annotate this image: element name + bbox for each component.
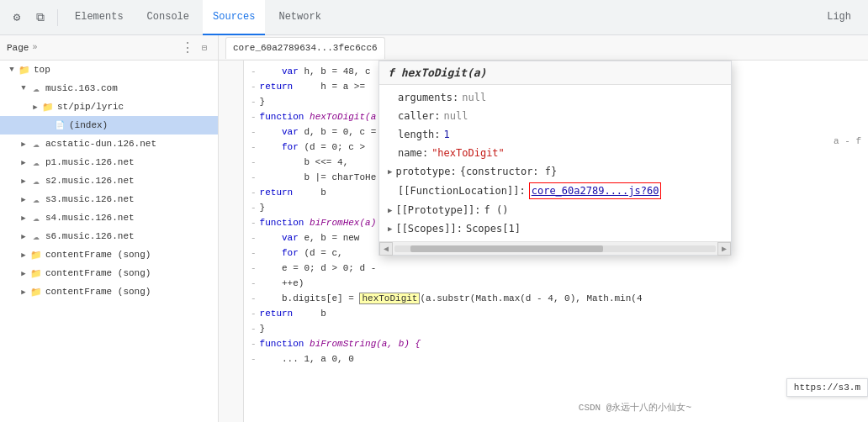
tree-arrow-contentframe2[interactable]: ▶ [19, 268, 29, 278]
tree-icon-cloud-acstatic: ☁ [30, 138, 42, 150]
tree-item-music163[interactable]: ▼☁music.163.com [0, 79, 218, 98]
line-dash-15: - [251, 278, 257, 288]
toolbar-right: Ligh [817, 0, 861, 35]
sidebar: Page » ⋮ ⊟ ▼📁top▼☁music.163.com▶📁st/pip/… [0, 35, 219, 422]
line-text-17: return b [260, 309, 326, 319]
code-line-17: -return b [251, 306, 861, 321]
tree-icon-cloud-p1music: ☁ [30, 156, 42, 168]
popup-scrollbar[interactable]: ◀ ▶ [379, 241, 731, 255]
line-text-5: var d, b = 0, c = [260, 127, 377, 137]
tree-item-stpipplyric[interactable]: ▶📁st/pip/lyric [0, 98, 218, 116]
tree-icon-cloud-s4music: ☁ [30, 212, 42, 224]
tree-item-s3music[interactable]: ▶☁s3.music.126.net [0, 190, 218, 208]
line-text-3: } [260, 97, 266, 107]
highlight-hextodigit: hexToDigit [359, 293, 420, 304]
popup-val-4: {constructor: f} [460, 164, 558, 179]
scroll-left-btn[interactable]: ◀ [379, 242, 393, 256]
tree-arrow-s2music[interactable]: ▶ [19, 176, 29, 186]
sidebar-header: Page » ⋮ ⊟ [0, 35, 218, 61]
tree-icon-cloud-s3music: ☁ [30, 193, 42, 205]
tree-arrow-s3music[interactable]: ▶ [19, 194, 29, 204]
line-dash-13: - [251, 248, 257, 258]
tree-item-p1music[interactable]: ▶☁p1.music.126.net [0, 153, 218, 171]
popup-val-5[interactable]: core_60a2789....js?60 [529, 182, 662, 199]
tree-arrow-contentframe3[interactable]: ▶ [19, 287, 29, 297]
tree-item-contentframe1[interactable]: ▶📁contentFrame (song) [0, 245, 218, 264]
popup-key-7: [[Scopes]]: [395, 221, 462, 236]
line-text-11: function biFromHex(a) [260, 218, 377, 228]
tree-label-music163: music.163.com [45, 83, 118, 93]
right-hint: a - f [834, 136, 861, 146]
tree-item-s4music[interactable]: ▶☁s4.music.126.net [0, 208, 218, 227]
sidebar-more-button[interactable]: ⋮ [181, 40, 194, 56]
tab-light[interactable]: Ligh [817, 0, 861, 35]
popup-row-3: name:"hexToDigit" [379, 144, 731, 162]
popup-row-0: arguments:null [379, 88, 731, 107]
tree-arrow-contentframe1[interactable]: ▶ [19, 250, 29, 260]
popup-row-arrow-4[interactable]: ▶ [388, 164, 392, 179]
tree-label-s3music: s3.music.126.net [45, 194, 135, 204]
popup-val-0: null [462, 90, 486, 105]
tree-item-contentframe3[interactable]: ▶📁contentFrame (song) [0, 282, 218, 301]
tree-icon-folder-contentframe3: 📁 [30, 286, 42, 298]
line-dash-17: - [251, 309, 257, 319]
tree-item-acstatic[interactable]: ▶☁acstatic-dun.126.net [0, 135, 218, 153]
line-dash-10: - [251, 203, 257, 213]
tree-arrow-p1music[interactable]: ▶ [19, 157, 29, 167]
devtools-icon-2[interactable]: ⧉ [30, 8, 50, 28]
scroll-thumb [410, 245, 603, 252]
tab-sources[interactable]: Sources [203, 0, 265, 35]
tree-icon-cloud-music163: ☁ [30, 82, 42, 94]
sidebar-toggle-button[interactable]: ⊟ [198, 41, 211, 55]
tree-label-acstatic: acstatic-dun.126.net [45, 139, 156, 149]
tree-arrow-index[interactable] [42, 120, 52, 130]
bottom-url-tooltip: https://s3.m [786, 378, 868, 397]
hover-popup: f hexToDigit(a) arguments:nullcaller:nul… [378, 61, 732, 256]
tree-item-top[interactable]: ▼📁top [0, 61, 218, 79]
line-text-13: for (d = c, [260, 248, 343, 258]
line-text-7: b <<= 4, [260, 157, 349, 167]
popup-row-arrow-7[interactable]: ▶ [388, 221, 392, 236]
line-text-6: for (d = 0; c > [260, 142, 365, 152]
tree-arrow-music163[interactable]: ▼ [19, 83, 29, 93]
tree-item-s6music[interactable]: ▶☁s6.music.126.net [0, 227, 218, 245]
tree-label-contentframe2: contentFrame (song) [45, 268, 151, 278]
tree-arrow-s6music[interactable]: ▶ [19, 231, 29, 241]
tree-arrow-acstatic[interactable]: ▶ [19, 139, 29, 149]
popup-val-2: 1 [444, 127, 450, 142]
line-text-14: e = 0; d > 0; d - [260, 263, 377, 273]
tab-network[interactable]: Network [268, 0, 331, 35]
sidebar-chevron[interactable]: » [32, 43, 37, 52]
code-line-19: -function biFromString(a, b) { [251, 336, 861, 351]
top-toolbar: ⚙ ⧉ Elements Console Sources Network Lig… [0, 0, 868, 35]
line-dash-19: - [251, 339, 257, 349]
line-dash-7: - [251, 157, 257, 167]
code-line-15: - ++e) [251, 276, 861, 291]
tree-item-index[interactable]: 📄(index) [0, 116, 218, 135]
popup-val-3: "hexToDigit" [431, 145, 505, 161]
popup-row-arrow-6[interactable]: ▶ [388, 203, 392, 218]
code-line-16: - b.digits[e] = hexToDigit(a.substr(Math… [251, 291, 861, 306]
line-text-12: var e, b = new [260, 233, 360, 243]
tab-console[interactable]: Console [137, 0, 199, 35]
line-dash-9: - [251, 187, 257, 198]
tree-item-contentframe2[interactable]: ▶📁contentFrame (song) [0, 264, 218, 282]
code-tab-main[interactable]: core_60a2789634...3fec6cc6 [225, 37, 385, 59]
tab-elements[interactable]: Elements [65, 0, 134, 35]
tree-arrow-top[interactable]: ▼ [7, 65, 17, 75]
devtools-icon-1[interactable]: ⚙ [7, 8, 27, 28]
tree-arrow-s4music[interactable]: ▶ [19, 213, 29, 223]
toolbar-separator-1 [57, 9, 58, 26]
line-dash-2: - [251, 82, 257, 92]
code-area: core_60a2789634...3fec6cc6 - var h, b = … [219, 35, 868, 422]
popup-row-5[interactable]: [[FunctionLocation]]:core_60a2789....js?… [379, 181, 731, 201]
popup-key-6: [[Prototype]]: [395, 203, 480, 218]
popup-key-3: name: [398, 145, 428, 161]
tree-label-contentframe1: contentFrame (song) [45, 250, 151, 260]
popup-row-7: ▶[[Scopes]]:Scopes[1] [379, 219, 731, 238]
line-dash-1: - [251, 66, 257, 76]
scroll-right-btn[interactable]: ▶ [717, 242, 731, 256]
line-dash-11: - [251, 218, 257, 228]
tree-arrow-stpipplyric[interactable]: ▶ [30, 102, 40, 112]
tree-item-s2music[interactable]: ▶☁s2.music.126.net [0, 171, 218, 190]
